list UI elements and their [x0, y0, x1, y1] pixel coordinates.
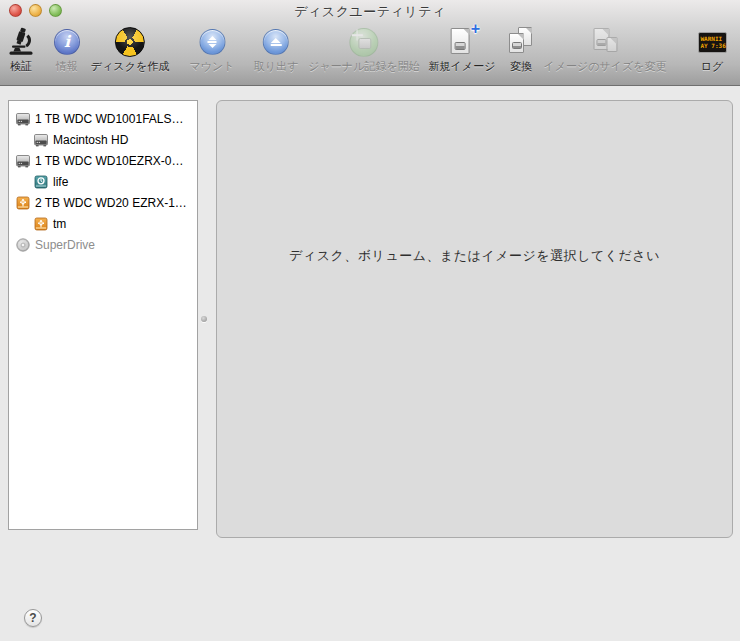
- splitter-handle[interactable]: [201, 316, 207, 322]
- toolbar-label: 変換: [510, 59, 532, 74]
- sidebar-item-superdrive[interactable]: SuperDrive: [9, 234, 197, 255]
- toolbar-label: 検証: [10, 59, 32, 74]
- toolbar-button-convert[interactable]: 変換: [501, 26, 541, 74]
- toolbar: 検証 i 情報 ディスクを作成: [0, 22, 740, 85]
- volume-label: Macintosh HD: [53, 133, 128, 147]
- microscope-icon: [1, 26, 41, 58]
- toolbar-label: 新規イメージ: [429, 59, 496, 74]
- device-label: SuperDrive: [35, 238, 95, 252]
- burn-icon: [110, 26, 150, 58]
- toolbar-button-enable-journaling: ジャーナル記録を開始: [308, 26, 419, 74]
- disk-utility-window: { "window": { "title": "ディスクユーティリティ" }, …: [0, 0, 740, 641]
- external-disk-icon: [33, 216, 49, 232]
- device-label: 1 TB WDC WD10EZRX-0…: [35, 154, 183, 168]
- toolbar-button-burn[interactable]: ディスクを作成: [91, 26, 169, 74]
- window-chrome: ディスクユーティリティ: [0, 0, 740, 86]
- sidebar-item-life[interactable]: life: [9, 171, 197, 192]
- volume-label: tm: [53, 217, 66, 231]
- new-image-icon: [442, 26, 482, 58]
- log-icon-text-line2: AY 7:36: [701, 42, 726, 49]
- help-button[interactable]: ?: [24, 609, 42, 627]
- journal-icon: [344, 26, 384, 58]
- toolbar-button-log[interactable]: WARNII AY 7:36 ログ: [692, 26, 732, 74]
- toolbar-button-mount: マウント: [189, 26, 234, 74]
- internal-disk-icon: [15, 153, 31, 169]
- titlebar[interactable]: ディスクユーティリティ: [0, 0, 740, 22]
- toolbar-label: 取り出す: [254, 59, 299, 74]
- log-icon-text-line1: WARNII: [701, 35, 723, 42]
- sidebar-item-tm[interactable]: tm: [9, 213, 197, 234]
- toolbar-label: イメージのサイズを変更: [543, 59, 666, 74]
- time-machine-volume-icon: [33, 174, 49, 190]
- toolbar-button-eject: 取り出す: [254, 26, 299, 74]
- content-pane: ディスク、ボリューム、またはイメージを選択してください: [216, 100, 733, 538]
- toolbar-button-new-image[interactable]: 新規イメージ: [429, 26, 496, 74]
- log-console-icon: WARNII AY 7:36: [692, 26, 732, 58]
- convert-icon: [501, 26, 541, 58]
- internal-disk-icon: [15, 111, 31, 127]
- toolbar-button-info: i 情報: [47, 26, 87, 74]
- toolbar-label: マウント: [189, 59, 234, 74]
- toolbar-button-verify[interactable]: 検証: [1, 26, 41, 74]
- window-title: ディスクユーティリティ: [0, 3, 740, 21]
- sidebar-item-macintosh-hd[interactable]: Macintosh HD: [9, 129, 197, 150]
- eject-icon: [256, 26, 296, 58]
- sidebar-item-wd20ezrx[interactable]: 2 TB WDC WD20 EZRX-1…: [9, 192, 197, 213]
- sidebar-item-wd10ezrx[interactable]: 1 TB WDC WD10EZRX-0…: [9, 150, 197, 171]
- info-icon: i: [47, 26, 87, 58]
- internal-disk-icon: [33, 132, 49, 148]
- resize-image-icon: [585, 26, 625, 58]
- optical-drive-icon: [15, 237, 31, 253]
- toolbar-button-resize-image: イメージのサイズを変更: [543, 26, 666, 74]
- device-list: 1 TB WDC WD1001FALS… Macintosh HD 1 TB W…: [8, 100, 198, 530]
- external-disk-icon: [15, 195, 31, 211]
- toolbar-label: ログ: [701, 59, 724, 74]
- device-label: 1 TB WDC WD1001FALS…: [35, 112, 184, 126]
- sidebar-item-wd1001fals[interactable]: 1 TB WDC WD1001FALS…: [9, 108, 197, 129]
- toolbar-label: ジャーナル記録を開始: [308, 59, 419, 74]
- toolbar-label: ディスクを作成: [91, 59, 169, 74]
- help-label: ?: [29, 611, 36, 625]
- toolbar-label: 情報: [56, 59, 78, 74]
- device-label: 2 TB WDC WD20 EZRX-1…: [35, 196, 187, 210]
- mount-icon: [192, 26, 232, 58]
- empty-selection-message: ディスク、ボリューム、またはイメージを選択してください: [217, 247, 732, 265]
- volume-label: life: [53, 175, 68, 189]
- plus-badge-icon: [471, 21, 480, 37]
